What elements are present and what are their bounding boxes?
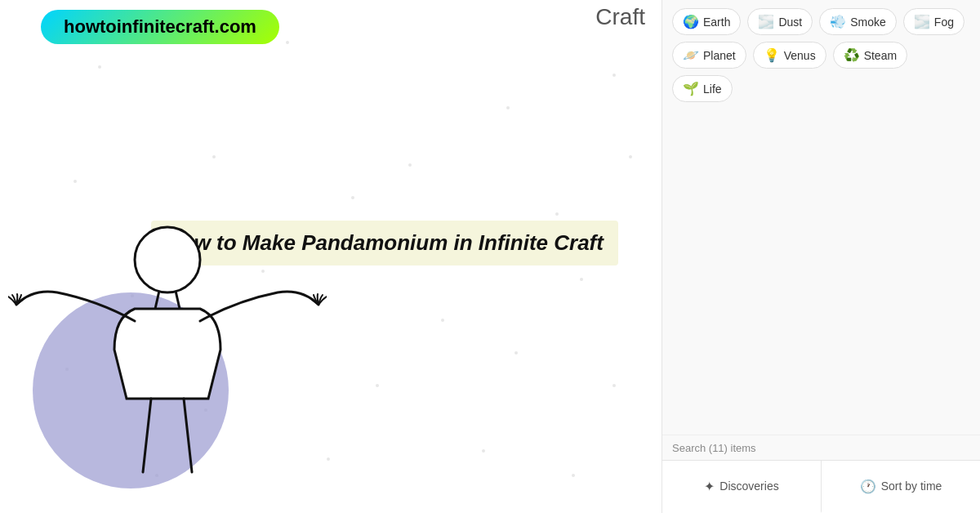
item-label-life: Life xyxy=(703,83,722,96)
sort-by-time-icon: 🕐 xyxy=(860,479,876,494)
item-chip-venus[interactable]: 💡Venus xyxy=(753,42,826,69)
tab-sort-by-time[interactable]: 🕐Sort by time xyxy=(822,461,980,513)
item-chip-dust[interactable]: 🌫️Dust xyxy=(747,8,813,35)
item-chip-smoke[interactable]: 💨Smoke xyxy=(819,8,897,35)
item-chip-steam[interactable]: ♻️Steam xyxy=(833,42,907,69)
item-label-smoke: Smoke xyxy=(850,16,886,29)
svg-line-3 xyxy=(143,399,151,472)
item-emoji-planet: 🪐 xyxy=(683,47,699,63)
person-svg xyxy=(8,211,327,480)
svg-line-4 xyxy=(184,399,192,472)
item-emoji-fog: 🌫️ xyxy=(914,14,930,29)
item-emoji-venus: 💡 xyxy=(764,47,780,63)
url-banner[interactable]: howtoinfinitecraft.com xyxy=(41,10,279,44)
scroll-area xyxy=(662,143,980,415)
item-label-planet: Planet xyxy=(703,49,736,62)
item-label-fog: Fog xyxy=(934,16,954,29)
right-panel: 🌍Earth🌫️Dust💨Smoke🌫️Fog🪐Planet💡Venus♻️St… xyxy=(662,0,980,513)
svg-line-2 xyxy=(176,291,180,309)
item-chip-fog[interactable]: 🌫️Fog xyxy=(903,8,964,35)
discoveries-label: Discoveries xyxy=(719,480,778,493)
item-label-dust: Dust xyxy=(778,16,802,29)
item-chip-planet[interactable]: 🪐Planet xyxy=(672,42,746,69)
search-label: Search (11) items xyxy=(672,442,756,454)
item-chip-life[interactable]: 🌱Life xyxy=(672,75,733,102)
url-text: howtoinfinitecraft.com xyxy=(64,16,256,37)
search-row: Search (11) items xyxy=(662,435,980,460)
item-label-earth: Earth xyxy=(703,16,730,29)
tab-discoveries[interactable]: ✦Discoveries xyxy=(662,461,822,513)
item-emoji-earth: 🌍 xyxy=(683,14,699,29)
sort-by-time-label: Sort by time xyxy=(881,480,942,493)
item-emoji-smoke: 💨 xyxy=(830,14,846,29)
item-label-venus: Venus xyxy=(784,49,816,62)
item-emoji-dust: 🌫️ xyxy=(758,14,774,29)
item-chip-earth[interactable]: 🌍Earth xyxy=(672,8,741,35)
items-grid: 🌍Earth🌫️Dust💨Smoke🌫️Fog🪐Planet💡Venus♻️St… xyxy=(662,0,980,110)
main-area: howtoinfinitecraft.com Craft How to Make… xyxy=(0,0,662,513)
item-emoji-steam: ♻️ xyxy=(844,47,860,63)
svg-point-0 xyxy=(135,227,200,292)
discoveries-icon: ✦ xyxy=(704,479,715,494)
item-emoji-life: 🌱 xyxy=(683,81,699,96)
craft-title: Craft xyxy=(595,4,645,30)
person-illustration xyxy=(8,211,327,488)
svg-line-1 xyxy=(155,291,159,309)
item-label-steam: Steam xyxy=(864,49,897,62)
bottom-bar: ✦Discoveries🕐Sort by time xyxy=(662,460,980,513)
